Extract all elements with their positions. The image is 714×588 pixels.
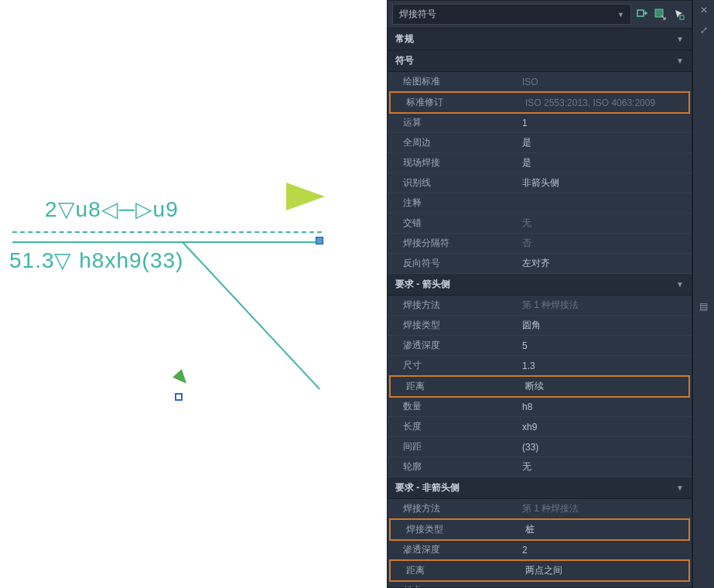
svg-rect-4 bbox=[680, 15, 684, 19]
property-label: 起点 bbox=[403, 584, 519, 587]
reference-line bbox=[12, 241, 322, 243]
property-value[interactable]: 非箭头侧 bbox=[519, 176, 692, 190]
property-row[interactable]: 现场焊接是 bbox=[388, 153, 692, 173]
section-title: 要求 - 非箭头侧 bbox=[395, 481, 459, 494]
property-label: 注释 bbox=[403, 197, 519, 210]
property-row[interactable]: 焊接方法第 1 种焊接法 bbox=[388, 296, 692, 316]
property-label: 现场焊接 bbox=[403, 156, 519, 169]
close-icon[interactable]: ✕ bbox=[697, 5, 711, 19]
property-label: 标准修订 bbox=[406, 96, 522, 109]
weld-annotation-top: 2▽u8◁─▷u9 bbox=[45, 197, 179, 222]
property-value[interactable]: 是 bbox=[519, 136, 692, 149]
panel-menu-icon[interactable]: ▤ bbox=[697, 301, 711, 315]
section-general[interactable]: 常规 ▼ bbox=[388, 29, 692, 50]
cursor-select-icon[interactable] bbox=[671, 7, 687, 22]
section-symbol[interactable]: 符号 ▼ bbox=[388, 50, 692, 72]
property-value[interactable]: 两点之间 bbox=[522, 564, 688, 577]
property-value[interactable]: ISO bbox=[519, 77, 692, 87]
property-row[interactable]: 距离两点之间 bbox=[389, 559, 690, 582]
property-value[interactable]: 第 1 种焊接法 bbox=[519, 299, 692, 312]
property-row[interactable]: 数量h8 bbox=[388, 397, 692, 417]
grip-handle[interactable] bbox=[175, 393, 183, 401]
property-row[interactable]: 间距(33) bbox=[388, 437, 692, 457]
section-arrow-side-body: 焊接方法第 1 种焊接法焊接类型圆角渗透深度5尺寸1.3距离断续数量h8长度xh… bbox=[388, 296, 692, 477]
property-label: 焊接方法 bbox=[403, 299, 519, 312]
property-label: 运算 bbox=[403, 116, 519, 129]
chevron-down-icon: ▼ bbox=[676, 280, 684, 289]
property-label: 反向符号 bbox=[403, 257, 519, 270]
section-arrow-side[interactable]: 要求 - 箭头侧 ▼ bbox=[388, 274, 692, 296]
property-label: 轮廓 bbox=[403, 460, 519, 473]
property-row[interactable]: 焊接分隔符否 bbox=[388, 234, 692, 254]
property-value[interactable]: u8 bbox=[519, 586, 692, 588]
weld-annotation-bottom: 51.3▽ h8xh9(33) bbox=[9, 248, 183, 273]
chevron-down-icon: ▼ bbox=[676, 484, 684, 492]
property-value[interactable]: 1.3 bbox=[519, 361, 692, 371]
property-row[interactable]: 识别线非箭头侧 bbox=[388, 173, 692, 193]
property-value[interactable]: 是 bbox=[519, 156, 692, 169]
property-row[interactable]: 绘图标准ISO bbox=[388, 72, 692, 92]
property-row[interactable]: 焊接方法第 1 种焊接法 bbox=[388, 499, 692, 519]
property-row[interactable]: 起点u8 bbox=[388, 581, 692, 587]
section-symbol-body: 绘图标准ISO标准修订ISO 2553:2013, ISO 4063:2009运… bbox=[388, 72, 692, 274]
property-value[interactable]: ISO 2553:2013, ISO 4063:2009 bbox=[522, 97, 688, 108]
object-type-dropdown[interactable]: 焊接符号 ▼ bbox=[392, 4, 631, 25]
section-non-arrow-side-body: 焊接方法第 1 种焊接法焊接类型桩渗透深度2距离两点之间起点u8端点u9轮廓无 bbox=[388, 499, 692, 587]
property-label: 焊接类型 bbox=[406, 523, 522, 536]
property-label: 距离 bbox=[406, 380, 522, 393]
field-weld-flag-icon bbox=[286, 183, 325, 210]
property-row[interactable]: 标准修订ISO 2553:2013, ISO 4063:2009 bbox=[389, 91, 690, 114]
identification-line bbox=[12, 231, 322, 233]
property-row[interactable]: 交错无 bbox=[388, 214, 692, 234]
property-label: 焊接方法 bbox=[403, 502, 519, 515]
section-title: 要求 - 箭头侧 bbox=[395, 278, 450, 291]
property-value[interactable]: 否 bbox=[519, 237, 692, 250]
properties-panel: 焊接符号 ▼ 常规 ▼ 符号 ▼ 绘图标准ISO标准修订ISO 2553:201… bbox=[387, 0, 692, 588]
property-row[interactable]: 尺寸1.3 bbox=[388, 356, 692, 376]
property-row[interactable]: 全周边是 bbox=[388, 133, 692, 153]
property-label: 渗透深度 bbox=[403, 339, 519, 352]
property-label: 间距 bbox=[403, 440, 519, 453]
property-row[interactable]: 渗透深度5 bbox=[388, 336, 692, 356]
property-value[interactable]: xh9 bbox=[519, 422, 692, 432]
drawing-canvas[interactable]: 2▽u8◁─▷u9 51.3▽ h8xh9(33) bbox=[0, 0, 348, 588]
property-label: 尺寸 bbox=[403, 359, 519, 372]
property-row[interactable]: 焊接类型桩 bbox=[389, 518, 690, 541]
section-title: 符号 bbox=[395, 54, 414, 67]
property-value[interactable]: 无 bbox=[519, 217, 692, 230]
property-label: 数量 bbox=[403, 400, 519, 413]
property-label: 长度 bbox=[403, 420, 519, 433]
property-row[interactable]: 距离断续 bbox=[389, 375, 690, 398]
property-row[interactable]: 反向符号左对齐 bbox=[388, 254, 692, 274]
property-label: 渗透深度 bbox=[403, 543, 519, 556]
section-title: 常规 bbox=[395, 32, 414, 46]
property-value[interactable]: (33) bbox=[519, 442, 692, 453]
property-row[interactable]: 焊接类型圆角 bbox=[388, 316, 692, 336]
leader-line bbox=[182, 241, 320, 390]
expand-icon[interactable]: ⤢ bbox=[697, 25, 711, 39]
property-value[interactable]: 第 1 种焊接法 bbox=[519, 502, 692, 515]
property-value[interactable]: 桩 bbox=[522, 523, 688, 536]
property-value[interactable]: h8 bbox=[519, 402, 692, 412]
property-label: 焊接分隔符 bbox=[403, 237, 519, 250]
chevron-down-icon: ▼ bbox=[617, 11, 624, 19]
property-value[interactable]: 1 bbox=[519, 118, 692, 128]
property-row[interactable]: 渗透深度2 bbox=[388, 540, 692, 560]
property-value[interactable]: 断续 bbox=[522, 380, 688, 393]
add-selection-icon[interactable] bbox=[634, 7, 650, 22]
quick-select-icon[interactable] bbox=[653, 7, 668, 22]
chevron-down-icon: ▼ bbox=[676, 56, 684, 65]
section-non-arrow-side[interactable]: 要求 - 非箭头侧 ▼ bbox=[388, 477, 692, 499]
property-row[interactable]: 轮廓无 bbox=[388, 457, 692, 477]
property-row[interactable]: 运算1 bbox=[388, 113, 692, 133]
property-value[interactable]: 5 bbox=[519, 340, 692, 351]
property-value[interactable]: 2 bbox=[519, 545, 692, 556]
property-row[interactable]: 长度xh9 bbox=[388, 417, 692, 437]
svg-rect-2 bbox=[637, 10, 644, 16]
property-value[interactable]: 圆角 bbox=[519, 319, 692, 332]
property-label: 全周边 bbox=[403, 136, 519, 149]
property-value[interactable]: 左对齐 bbox=[519, 257, 692, 270]
grip-handle[interactable] bbox=[316, 237, 323, 244]
property-value[interactable]: 无 bbox=[519, 460, 692, 473]
property-row[interactable]: 注释 bbox=[388, 193, 692, 214]
